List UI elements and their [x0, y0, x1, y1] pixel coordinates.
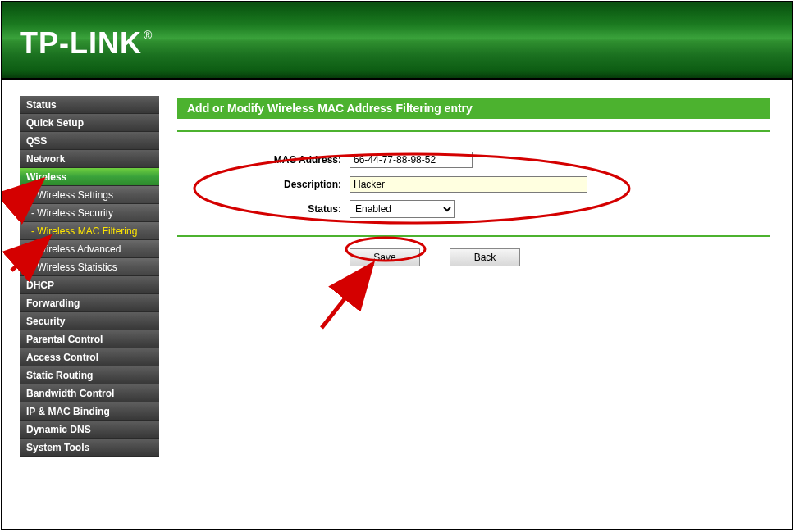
registered-icon: ® [144, 29, 153, 42]
sidebar-item-static-routing[interactable]: Static Routing [20, 366, 159, 384]
back-button[interactable]: Back [450, 248, 520, 266]
sidebar-item-wireless-advanced[interactable]: - Wireless Advanced [20, 240, 159, 258]
sidebar-item-bandwidth-control[interactable]: Bandwidth Control [20, 384, 159, 402]
sidebar-item-qss[interactable]: QSS [20, 132, 159, 150]
save-button[interactable]: Save [350, 248, 420, 266]
label-mac: MAC Address: [177, 154, 350, 166]
app-frame: TP-LINK® Status Quick Setup QSS Network … [1, 1, 793, 530]
sidebar: Status Quick Setup QSS Network Wireless … [2, 81, 162, 529]
row-description: Description: [177, 173, 770, 196]
sidebar-item-system-tools[interactable]: System Tools [20, 439, 159, 457]
sidebar-item-quick-setup[interactable]: Quick Setup [20, 114, 159, 132]
sidebar-item-wireless-security[interactable]: - Wireless Security [20, 204, 159, 222]
sidebar-menu: Status Quick Setup QSS Network Wireless … [20, 96, 159, 457]
button-row: Save Back [177, 248, 770, 266]
sidebar-item-forwarding[interactable]: Forwarding [20, 294, 159, 312]
sidebar-item-dhcp[interactable]: DHCP [20, 276, 159, 294]
form: MAC Address: Description: Status: Enable… [177, 143, 770, 224]
description-input[interactable] [350, 176, 587, 193]
sidebar-item-network[interactable]: Network [20, 150, 159, 168]
content-pane: Add or Modify Wireless MAC Address Filte… [162, 81, 792, 529]
label-status: Status: [177, 203, 350, 215]
sidebar-item-wireless-mac-filtering[interactable]: - Wireless MAC Filtering [20, 222, 159, 240]
row-status: Status: Enabled [177, 198, 770, 221]
sidebar-item-wireless-settings[interactable]: - Wireless Settings [20, 186, 159, 204]
brand-text: TP-LINK [20, 26, 142, 60]
row-mac: MAC Address: [177, 148, 770, 171]
sidebar-item-dynamic-dns[interactable]: Dynamic DNS [20, 421, 159, 439]
divider [177, 235, 770, 237]
sidebar-item-wireless[interactable]: Wireless [20, 168, 159, 186]
sidebar-item-ip-mac-binding[interactable]: IP & MAC Binding [20, 402, 159, 421]
page-title: Add or Modify Wireless MAC Address Filte… [177, 98, 770, 119]
sidebar-item-status[interactable]: Status [20, 96, 159, 114]
sidebar-item-parental-control[interactable]: Parental Control [20, 330, 159, 348]
mac-address-input[interactable] [350, 152, 473, 168]
header: TP-LINK® [2, 2, 792, 80]
status-select[interactable]: Enabled [350, 200, 455, 218]
brand-logo: TP-LINK® [20, 26, 153, 61]
divider [177, 130, 770, 132]
sidebar-item-security[interactable]: Security [20, 312, 159, 330]
sidebar-item-wireless-statistics[interactable]: - Wireless Statistics [20, 258, 159, 276]
sidebar-item-access-control[interactable]: Access Control [20, 348, 159, 366]
label-description: Description: [177, 179, 350, 190]
